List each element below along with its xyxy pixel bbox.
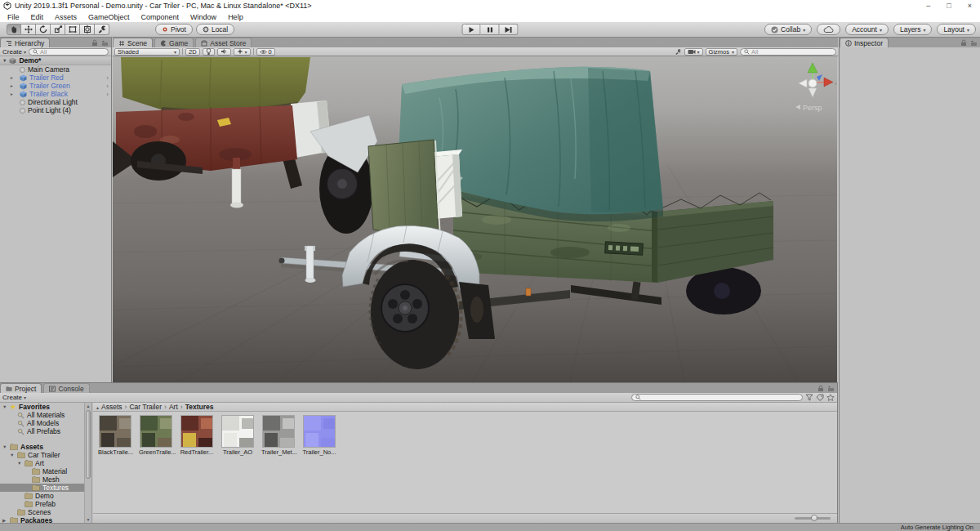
- collapse-toggle-icon[interactable]: ▴: [96, 404, 99, 410]
- menu-assets[interactable]: Assets: [49, 13, 82, 21]
- expand-arrow-icon[interactable]: ▼: [17, 461, 22, 466]
- breadcrumb-assets[interactable]: Assets: [101, 403, 122, 411]
- tab-scene[interactable]: Scene: [113, 38, 153, 47]
- scene-search-input[interactable]: All: [740, 48, 836, 56]
- texture-item-trailer-no[interactable]: Trailer_No...: [302, 416, 336, 456]
- expand-arrow-icon[interactable]: ▼: [2, 444, 7, 449]
- project-tree-all-prefabs[interactable]: All Prefabs: [0, 427, 91, 435]
- project-tree-scrollbar[interactable]: ▲ ▼: [84, 403, 91, 523]
- hierarchy-item-trailer-black[interactable]: ▸Trailer Black›: [0, 90, 111, 98]
- breadcrumb-car-trailer[interactable]: Car Trailer: [129, 403, 162, 411]
- tab-project[interactable]: Project: [0, 383, 42, 393]
- rect-tool-button[interactable]: [65, 24, 80, 35]
- expand-arrow-icon[interactable]: ▼: [2, 404, 7, 409]
- expand-arrow-icon[interactable]: ▼: [10, 453, 15, 457]
- account-dropdown[interactable]: Account▾: [845, 24, 889, 35]
- breadcrumb-textures[interactable]: Textures: [185, 403, 214, 411]
- menu-component[interactable]: Component: [136, 13, 185, 21]
- panel-menu-icon[interactable]: [827, 386, 835, 392]
- thumbnail-zoom-slider[interactable]: [795, 517, 831, 520]
- hierarchy-item-trailer-green[interactable]: ▸Trailer Green›: [0, 82, 111, 90]
- pause-button[interactable]: [481, 24, 500, 35]
- effects-dropdown-button[interactable]: ▾: [234, 48, 251, 56]
- project-tree-demo[interactable]: Demo: [0, 492, 91, 500]
- project-tree-favorites[interactable]: ▼★Favorites: [0, 403, 91, 411]
- gizmos-dropdown[interactable]: Gizmos▾: [706, 48, 737, 56]
- hierarchy-item-main-camera[interactable]: Main Camera: [0, 65, 111, 74]
- tab-hierarchy[interactable]: Hierarchy: [0, 38, 50, 47]
- texture-item-redtrailer[interactable]: RedTrailer...: [180, 416, 214, 456]
- scrollbar-thumb[interactable]: [86, 410, 91, 479]
- cloud-button[interactable]: [817, 24, 840, 35]
- layout-dropdown[interactable]: Layout▾: [937, 24, 976, 35]
- close-button[interactable]: ×: [968, 0, 972, 11]
- menu-gameobject[interactable]: GameObject: [82, 13, 136, 21]
- menu-edit[interactable]: Edit: [25, 13, 50, 21]
- search-by-label-icon[interactable]: [816, 394, 824, 401]
- pivot-toggle-button[interactable]: Pivot: [155, 24, 193, 35]
- panel-menu-icon[interactable]: [101, 40, 109, 47]
- component-tools-icon[interactable]: [675, 48, 682, 56]
- scene-3d-viewport[interactable]: x Persp: [113, 56, 838, 382]
- step-button[interactable]: [500, 24, 519, 35]
- project-tree-material[interactable]: Material: [0, 467, 91, 475]
- lock-icon[interactable]: [960, 39, 967, 47]
- project-tree-scenes[interactable]: Scenes: [0, 508, 91, 516]
- hand-tool-button[interactable]: [7, 24, 21, 35]
- hierarchy-item-trailer-red[interactable]: ▸Trailer Red›: [0, 74, 111, 82]
- project-create-button[interactable]: Create▾: [2, 394, 26, 401]
- expand-arrow-icon[interactable]: ▸: [11, 83, 13, 88]
- move-tool-button[interactable]: [21, 24, 36, 35]
- minimize-button[interactable]: –: [926, 0, 930, 11]
- local-toggle-button[interactable]: Local: [196, 24, 234, 35]
- prefab-open-chevron[interactable]: ›: [106, 91, 109, 98]
- menu-help[interactable]: Help: [222, 13, 249, 21]
- texture-item-blacktraile[interactable]: BlackTraile...: [98, 416, 132, 456]
- expand-arrow-icon[interactable]: ▸: [11, 91, 13, 96]
- 2d-toggle-button[interactable]: 2D: [185, 48, 200, 56]
- scale-tool-button[interactable]: [51, 24, 65, 35]
- project-tree-assets[interactable]: ▼Assets: [0, 443, 91, 451]
- zoom-slider-knob[interactable]: [811, 515, 817, 521]
- project-tree-all-models[interactable]: All Models: [0, 419, 91, 427]
- lighting-toggle-button[interactable]: [203, 48, 215, 56]
- saved-search-star-icon[interactable]: [826, 394, 835, 401]
- project-tree-textures[interactable]: Textures: [0, 484, 91, 492]
- menu-window[interactable]: Window: [185, 13, 222, 21]
- scene-camera-dropdown[interactable]: ▾: [684, 48, 703, 56]
- hierarchy-item-directional-light[interactable]: Directional Light: [0, 98, 111, 106]
- prefab-open-chevron[interactable]: ›: [106, 74, 109, 82]
- visibility-toggle-button[interactable]: 0: [256, 48, 275, 56]
- prefab-open-chevron[interactable]: ›: [106, 83, 109, 90]
- hierarchy-item-point-light-4[interactable]: Point Light (4): [0, 106, 111, 114]
- audio-toggle-button[interactable]: [217, 48, 231, 56]
- maximize-button[interactable]: □: [947, 0, 951, 11]
- menu-file[interactable]: File: [2, 13, 25, 21]
- project-tree-car-trailer[interactable]: ▼Car Trailer: [0, 451, 91, 459]
- project-tree-art[interactable]: ▼Art: [0, 459, 91, 467]
- project-tree-packages[interactable]: ▶Packages: [0, 516, 91, 523]
- texture-item-trailer-met[interactable]: Trailer_Met...: [261, 416, 296, 456]
- collab-button[interactable]: Collab▾: [764, 24, 812, 35]
- project-tree-all-materials[interactable]: All Materials: [0, 411, 91, 419]
- hierarchy-search-input[interactable]: All: [29, 48, 109, 56]
- project-tree-mesh[interactable]: Mesh: [0, 475, 91, 484]
- lock-icon[interactable]: [817, 385, 824, 392]
- lock-icon[interactable]: [91, 39, 98, 47]
- rotate-tool-button[interactable]: [36, 24, 51, 35]
- shading-mode-dropdown[interactable]: Shaded▾: [114, 48, 180, 56]
- texture-item-trailer-ao[interactable]: Trailer_AO: [220, 416, 255, 456]
- layers-dropdown[interactable]: Layers▾: [893, 24, 933, 35]
- texture-item-greentraile[interactable]: GreenTraile...: [139, 416, 173, 456]
- tab-console[interactable]: Console: [43, 383, 89, 393]
- panel-menu-icon[interactable]: [970, 40, 978, 47]
- play-button[interactable]: [462, 24, 481, 35]
- search-by-type-icon[interactable]: [805, 394, 813, 401]
- hierarchy-create-button[interactable]: Create▾: [2, 48, 26, 56]
- project-search-input[interactable]: [631, 394, 803, 401]
- scene-header-row[interactable]: ▼ Demo*: [0, 56, 111, 65]
- tab-asset-store[interactable]: Asset Store: [195, 38, 252, 47]
- breadcrumb-art[interactable]: Art: [169, 403, 178, 411]
- project-tree-prefab[interactable]: Prefab: [0, 500, 91, 508]
- custom-tool-button[interactable]: [95, 24, 109, 35]
